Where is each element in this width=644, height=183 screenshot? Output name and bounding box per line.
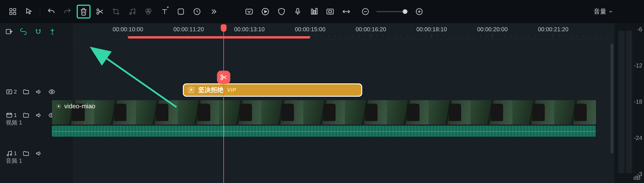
grid-icon[interactable]: [6, 5, 20, 19]
visibility-icon[interactable]: [48, 88, 56, 95]
video-track-icon: 1: [6, 112, 17, 119]
folder-icon[interactable]: [23, 150, 30, 157]
ruler-tick: [334, 35, 335, 38]
split-at-playhead-button[interactable]: [217, 71, 230, 84]
video-track-body[interactable]: video-miao: [73, 100, 614, 125]
ruler-tick: [456, 35, 456, 38]
text-track-header[interactable]: 2: [0, 83, 73, 101]
ruler-tick: [565, 35, 566, 38]
ruler-tick: [377, 35, 377, 38]
svg-rect-1: [13, 9, 16, 11]
zoom-in-button[interactable]: [412, 5, 426, 19]
audio-track-header[interactable]: 1 音频 1: [0, 139, 73, 168]
ruler-tick: [596, 35, 596, 38]
video-thumbnail: [554, 100, 596, 125]
timeline-sub-toolbar: [0, 23, 73, 40]
playhead[interactable]: [223, 24, 224, 183]
ruler-tick: [450, 35, 450, 38]
ruler-tick: [395, 35, 395, 38]
music-note-icon[interactable]: [125, 5, 139, 19]
zoom-out-button[interactable]: [358, 5, 372, 19]
marker-icon[interactable]: [49, 28, 56, 35]
color-adjust-icon[interactable]: [141, 5, 155, 19]
video-thumbnail: [387, 100, 429, 125]
cursor-icon[interactable]: [22, 5, 36, 19]
crop-icon[interactable]: [109, 5, 123, 19]
meter-unit: dB: [634, 175, 641, 181]
video-thumbnail: [136, 100, 178, 125]
mute-icon[interactable]: [35, 112, 42, 119]
ruler-tick: [413, 35, 414, 38]
tracks-container: 2 1 视频 1 1: [0, 40, 614, 183]
notification-dot-icon: [167, 6, 169, 8]
video-thumbnail: [470, 100, 512, 125]
svg-rect-17: [329, 10, 332, 13]
link-icon[interactable]: [19, 28, 28, 35]
video-track-label: 视频 1: [6, 119, 22, 127]
play-circle-icon[interactable]: [258, 5, 272, 19]
text-clip[interactable]: 坚决拒绝 VIP: [183, 83, 362, 97]
text-clip-label: 坚决拒绝: [198, 86, 224, 94]
waveform-clip[interactable]: [52, 126, 596, 137]
ruler-label: 00:00:21:20: [538, 26, 568, 33]
trash-icon[interactable]: [77, 5, 91, 19]
video-clip[interactable]: video-miao: [52, 100, 596, 125]
undo-icon[interactable]: [44, 5, 58, 19]
time-ruler[interactable]: :08:10 00:00:10:0000:00:11:2000:00:13:10…: [73, 23, 614, 40]
auto-subtitle-icon[interactable]: [242, 5, 256, 19]
ruler-tick: [401, 35, 402, 38]
shield-icon[interactable]: [275, 5, 288, 19]
video-thumbnail: [261, 100, 303, 125]
ruler-label: 00:00:18:10: [416, 26, 447, 33]
audio-settings-icon[interactable]: [307, 5, 321, 19]
ruler-tick: [529, 35, 529, 38]
separator: [40, 7, 40, 17]
microphone-icon[interactable]: [291, 5, 305, 19]
audio-track-icon: 1: [6, 150, 17, 157]
zoom-slider[interactable]: [376, 11, 408, 12]
zoom-slider-thumb[interactable]: [403, 9, 407, 14]
video-track-badge: 1: [14, 112, 17, 118]
svg-rect-3: [13, 12, 16, 14]
ruler-label: 00:00:10:00: [113, 26, 143, 33]
speed-icon[interactable]: [190, 5, 204, 19]
playhead-cap-icon[interactable]: [221, 24, 227, 32]
folder-icon[interactable]: [23, 112, 30, 119]
ruler-tick: [359, 35, 359, 38]
ruler-tick: [419, 35, 420, 38]
vertical-scrollbar[interactable]: [610, 43, 613, 153]
ruler-tick: [432, 35, 432, 38]
svg-rect-13: [246, 9, 253, 14]
video-thumbnail: [178, 100, 220, 125]
folder-icon[interactable]: [23, 88, 30, 95]
more-icon[interactable]: [206, 5, 220, 19]
selection-range-bar[interactable]: [128, 36, 310, 39]
ruler-tick: [328, 35, 329, 38]
ruler-tick: [444, 35, 444, 38]
text-track-body[interactable]: 坚决拒绝 VIP: [73, 83, 614, 98]
ruler-tick: [438, 35, 438, 38]
ruler-tick: [584, 35, 584, 38]
text-track-badge: 2: [14, 89, 17, 95]
svg-point-9: [148, 9, 151, 12]
mute-icon[interactable]: [35, 88, 42, 95]
video-thumbnail: [219, 100, 261, 125]
scissors-icon[interactable]: [93, 5, 107, 19]
fit-width-icon[interactable]: [339, 5, 353, 19]
redo-icon[interactable]: [60, 5, 74, 19]
ruler-tick: [383, 35, 383, 38]
magnet-icon[interactable]: [34, 28, 42, 35]
video-audio-waveform[interactable]: [73, 126, 614, 137]
ruler-tick: [535, 35, 535, 38]
text-icon[interactable]: [158, 5, 172, 19]
add-media-icon[interactable]: [5, 28, 13, 35]
svg-rect-0: [10, 9, 12, 11]
text-track-icon: 2: [6, 88, 17, 95]
svg-rect-11: [178, 9, 184, 14]
screenshot-icon[interactable]: [323, 5, 337, 19]
volume-label-text: 音量: [594, 7, 606, 16]
meter-level: -6: [625, 26, 642, 33]
mute-icon[interactable]: [35, 150, 42, 157]
volume-label[interactable]: 音量: [594, 0, 613, 23]
mask-icon[interactable]: [174, 5, 188, 19]
